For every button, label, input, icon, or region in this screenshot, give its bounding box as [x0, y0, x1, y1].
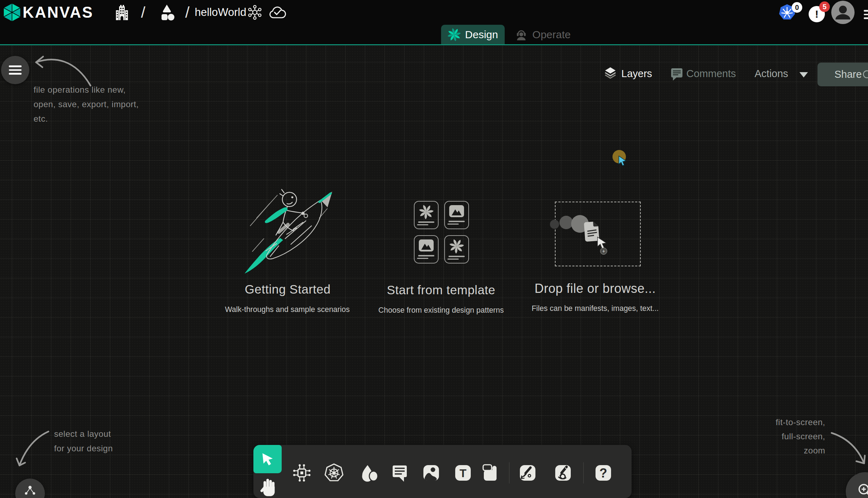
tab-design-label: Design: [465, 29, 498, 41]
image-tool-icon: [421, 463, 441, 483]
drop-zone[interactable]: +: [555, 202, 641, 266]
kubernetes-context-button[interactable]: 0: [778, 4, 807, 22]
collaborator-cursor-icon: [618, 156, 627, 166]
tool-comment[interactable]: [390, 463, 410, 483]
pattern-spiral-icon: [419, 204, 434, 219]
user-avatar[interactable]: [831, 1, 855, 24]
annotation-view-controls: fit-to-screen, full-screen, zoom: [737, 415, 825, 458]
hamburger-icon: [9, 63, 22, 77]
tool-component[interactable]: [292, 463, 312, 483]
zoom-in-icon: [856, 482, 868, 498]
image-thumb-icon: [448, 204, 465, 218]
card-drop-file[interactable]: + Drop file or browse... Files can be ma…: [524, 191, 666, 322]
template-tile-pattern-2[interactable]: [444, 235, 469, 264]
tool-pan-hand-icon[interactable]: [259, 477, 277, 498]
template-tile-image-2[interactable]: [414, 235, 439, 264]
share-button[interactable]: Share: [817, 63, 868, 86]
logo-text[interactable]: KANVAS: [23, 0, 94, 25]
drop-cursor-icon: [597, 237, 607, 249]
kubernetes-helm-icon: [324, 463, 344, 483]
help-icon: ?: [593, 463, 613, 483]
annotation-arrow-view: [829, 429, 868, 469]
component-circuit-icon: [292, 463, 312, 483]
kanvas-app: KANVAS / / helloWorld: [0, 0, 868, 498]
pattern-spiral-icon: [449, 239, 464, 254]
organization-icon[interactable]: [114, 5, 130, 20]
toolbar-divider-2: [583, 462, 584, 483]
comments-icon: [670, 67, 684, 81]
layers-button[interactable]: Layers: [621, 68, 652, 80]
actions-button[interactable]: Actions: [755, 68, 788, 80]
breadcrumb-separator: /: [141, 0, 145, 25]
workspace-shapes-icon[interactable]: [158, 4, 175, 21]
sketch-pencil-icon: [553, 463, 573, 483]
cloud-sync-icon[interactable]: [269, 6, 286, 19]
template-subtitle: Choose from existing design patterns: [370, 306, 512, 315]
design-spiral-icon: [448, 28, 461, 41]
template-tile-image[interactable]: [444, 201, 469, 229]
tool-text[interactable]: T: [453, 463, 473, 483]
header-bar: KANVAS / / helloWorld: [0, 0, 868, 44]
actions-caret-icon[interactable]: [799, 72, 808, 77]
tool-note[interactable]: [481, 463, 500, 483]
breadcrumb-project-name[interactable]: helloWorld: [195, 0, 246, 25]
tab-operate-label: Operate: [532, 29, 570, 41]
getting-started-title: Getting Started: [225, 282, 350, 296]
svg-text:T: T: [459, 467, 467, 480]
operate-icon: [515, 28, 528, 41]
tool-pen[interactable]: [518, 463, 538, 483]
notification-count-badge: 5: [819, 1, 830, 12]
note-tool-icon: [481, 463, 500, 483]
main-menu-button[interactable]: [1, 56, 29, 84]
tools-dock: T: [253, 445, 632, 498]
tab-design[interactable]: Design: [441, 25, 505, 44]
text-tool-icon: T: [453, 463, 473, 483]
kubernetes-count-badge: 0: [792, 2, 802, 13]
template-thumbnails: [414, 201, 469, 264]
svg-text:?: ?: [599, 466, 607, 480]
tool-kubernetes[interactable]: [324, 463, 344, 483]
add-file-plus-badge: +: [600, 248, 607, 255]
toolbar-divider: [509, 462, 510, 483]
annotation-file-operations: file operations like new, open, save, ex…: [34, 82, 139, 126]
tool-shapes[interactable]: [360, 463, 380, 483]
breadcrumb-separator-2: /: [185, 0, 189, 25]
annotation-layout: select a layout for your design: [54, 427, 113, 456]
kanvas-logo-icon[interactable]: [3, 3, 21, 22]
share-visibility-icon: [862, 70, 868, 79]
cursor-select-icon: [260, 451, 275, 467]
layout-graph-icon: [23, 484, 37, 496]
tool-select[interactable]: [253, 445, 282, 473]
tab-operate[interactable]: Operate: [512, 25, 574, 44]
tool-sketch[interactable]: [553, 463, 573, 483]
template-tile-pattern[interactable]: [414, 201, 439, 229]
shapes-tool-icon: [360, 463, 380, 483]
comments-button[interactable]: Comments: [686, 68, 736, 80]
getting-started-subtitle: Walk-throughs and sample scenarios: [217, 305, 358, 314]
drop-dot-small: [550, 220, 559, 229]
card-getting-started[interactable]: Getting Started Walk-throughs and sample…: [219, 180, 357, 322]
environment-cluster-icon[interactable]: [247, 5, 262, 20]
layers-icon: [604, 66, 617, 79]
edge-menu-icon[interactable]: [864, 10, 868, 21]
template-title: Start from template: [379, 283, 503, 297]
tool-help[interactable]: ?: [593, 463, 613, 483]
comment-tool-icon: [390, 463, 410, 483]
drop-subtitle: Files can be manifests, images, text...: [524, 304, 666, 313]
rocket-illustration: [243, 185, 336, 276]
image-thumb-icon: [418, 239, 434, 252]
card-start-from-template[interactable]: Start from template Choose from existing…: [370, 191, 512, 322]
avatar-icon: [831, 1, 855, 24]
drop-title: Drop file or browse...: [533, 281, 657, 296]
annotation-arrow-layout: [9, 429, 55, 473]
tool-image[interactable]: [421, 463, 441, 483]
share-button-label: Share: [834, 69, 862, 80]
pen-tool-icon: [518, 463, 538, 483]
